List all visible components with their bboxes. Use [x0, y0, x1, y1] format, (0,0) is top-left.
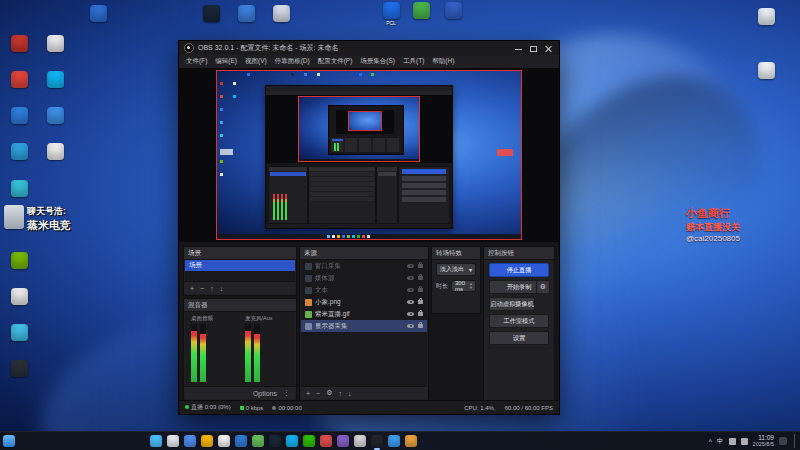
- taskbar-app-icon[interactable]: [167, 435, 179, 447]
- source-item[interactable]: 窗口采集: [301, 260, 427, 272]
- transition-duration-spinner[interactable]: 300 ms ▴▾: [451, 280, 476, 292]
- language-indicator[interactable]: 中: [717, 437, 724, 446]
- notification-bell-icon[interactable]: [779, 437, 787, 445]
- desktop-icon[interactable]: PCL: [378, 2, 404, 33]
- menu-item[interactable]: 配置文件(P): [318, 57, 353, 66]
- lock-icon[interactable]: [418, 300, 423, 304]
- desktop-icon[interactable]: [753, 8, 779, 39]
- mixer-dock-header[interactable]: 混音器: [184, 299, 296, 312]
- sources-toolbar-icon[interactable]: ↓: [348, 390, 352, 397]
- minimize-icon[interactable]: [515, 45, 522, 52]
- source-item[interactable]: 媒体源: [301, 272, 427, 284]
- desktop-icon[interactable]: [42, 71, 68, 102]
- mixer-channel-mic-aux[interactable]: 麦克风/Aux: [245, 315, 289, 384]
- taskbar-app-icon[interactable]: [269, 435, 281, 447]
- desktop-icon[interactable]: [198, 5, 224, 36]
- source-item[interactable]: 文本: [301, 284, 427, 296]
- virtualcam-settings-gear-icon[interactable]: ⚙: [536, 280, 550, 294]
- taskbar-app-icon[interactable]: [218, 435, 230, 447]
- obs-titlebar[interactable]: OBS 32.0.1 - 配置文件: 未命名 - 场景: 未命名: [179, 41, 559, 55]
- scenes-toolbar-icon[interactable]: −: [200, 285, 204, 292]
- desktop-icon[interactable]: [233, 5, 259, 36]
- visibility-eye-icon[interactable]: [407, 300, 414, 304]
- lock-icon[interactable]: [418, 324, 423, 328]
- maximize-icon[interactable]: [530, 45, 537, 52]
- taskbar-app-icon[interactable]: [286, 435, 298, 447]
- desktop-icon[interactable]: [6, 324, 32, 355]
- taskbar-app-icon[interactable]: [405, 435, 417, 447]
- visibility-eye-icon[interactable]: [407, 288, 414, 292]
- sources-toolbar-icon[interactable]: ⚙: [326, 389, 332, 397]
- taskbar-app-icon[interactable]: [201, 435, 213, 447]
- sources-toolbar-icon[interactable]: −: [316, 390, 320, 397]
- taskbar-app-icon[interactable]: [388, 435, 400, 447]
- menu-item[interactable]: 文件(F): [186, 57, 207, 66]
- show-desktop-button[interactable]: [794, 434, 797, 448]
- desktop-icon[interactable]: [753, 62, 779, 93]
- transition-select[interactable]: 淡入淡出 ▾: [436, 263, 476, 276]
- desktop-icon[interactable]: [6, 107, 32, 138]
- sources-dock-header[interactable]: 来源: [300, 247, 428, 260]
- source-item[interactable]: 小象.png: [301, 296, 427, 308]
- preview-canvas[interactable]: [179, 68, 559, 242]
- visibility-eye-icon[interactable]: [407, 264, 414, 268]
- desktop-icon[interactable]: [42, 143, 68, 174]
- source-item[interactable]: 显示器采集: [301, 320, 427, 332]
- sources-toolbar-icon[interactable]: +: [306, 390, 310, 397]
- menu-item[interactable]: 视图(V): [245, 57, 267, 66]
- taskbar-corner-icon[interactable]: [3, 435, 15, 447]
- close-icon[interactable]: [545, 45, 552, 52]
- taskbar-app-icon[interactable]: [303, 435, 315, 447]
- scenes-dock-header[interactable]: 场景: [184, 247, 296, 260]
- volume-icon[interactable]: [741, 438, 748, 445]
- taskbar-app-icon[interactable]: [337, 435, 349, 447]
- taskbar-app-icon[interactable]: [252, 435, 264, 447]
- tray-chevron-icon[interactable]: ^: [709, 438, 712, 445]
- desktop-icon[interactable]: [6, 360, 32, 391]
- scenes-toolbar-icon[interactable]: ↓: [220, 285, 224, 292]
- taskbar-app-icon[interactable]: [354, 435, 366, 447]
- desktop-icon[interactable]: [6, 143, 32, 174]
- transitions-dock-header[interactable]: 转场特效: [432, 247, 480, 260]
- scenes-toolbar-icon[interactable]: +: [190, 285, 194, 292]
- scene-item[interactable]: 场景: [185, 260, 295, 271]
- lock-icon[interactable]: [418, 264, 423, 268]
- menu-item[interactable]: 停靠面板(D): [275, 57, 310, 66]
- mixer-channel-desktop-audio[interactable]: 桌面音频: [191, 315, 235, 384]
- control-button[interactable]: 设置: [489, 331, 549, 345]
- lock-icon[interactable]: [418, 276, 423, 280]
- desktop-icon[interactable]: [268, 5, 294, 36]
- desktop-icon[interactable]: [440, 2, 466, 33]
- desktop-icon[interactable]: [6, 252, 32, 283]
- sources-toolbar-icon[interactable]: ↑: [338, 390, 342, 397]
- taskbar-app-icon[interactable]: [371, 435, 383, 447]
- desktop-icon[interactable]: [6, 35, 32, 66]
- source-item[interactable]: 紫米直播.gif: [301, 308, 427, 320]
- mixer-menu-icon[interactable]: ⋮: [283, 389, 290, 397]
- lock-icon[interactable]: [418, 288, 423, 292]
- control-button[interactable]: 工作室模式: [489, 314, 549, 328]
- menu-item[interactable]: 编辑(E): [215, 57, 237, 66]
- menu-item[interactable]: 场景集合(S): [360, 57, 395, 66]
- taskbar-clock[interactable]: 11:09 2025/8/5: [753, 435, 774, 448]
- desktop-icon[interactable]: [42, 107, 68, 138]
- spinner-arrows-icon[interactable]: ▴▾: [470, 282, 472, 290]
- taskbar-app-icon[interactable]: [150, 435, 162, 447]
- desktop-icon[interactable]: [85, 5, 111, 36]
- control-button[interactable]: 启动虚拟摄像机: [489, 297, 535, 311]
- taskbar-app-icon[interactable]: [235, 435, 247, 447]
- desktop-icon[interactable]: [408, 2, 434, 33]
- menu-item[interactable]: 帮助(H): [432, 57, 454, 66]
- desktop-icon[interactable]: [42, 35, 68, 66]
- controls-dock-header[interactable]: 控制按钮: [484, 247, 554, 260]
- scenes-toolbar-icon[interactable]: ↑: [210, 285, 214, 292]
- visibility-eye-icon[interactable]: [407, 276, 414, 280]
- visibility-eye-icon[interactable]: [407, 312, 414, 316]
- visibility-eye-icon[interactable]: [407, 324, 414, 328]
- taskbar-app-icon[interactable]: [320, 435, 332, 447]
- menu-item[interactable]: 工具(T): [403, 57, 424, 66]
- control-button[interactable]: 停止直播: [489, 263, 549, 277]
- network-icon[interactable]: [729, 438, 736, 445]
- taskbar-app-icon[interactable]: [184, 435, 196, 447]
- desktop-icon[interactable]: [6, 288, 32, 319]
